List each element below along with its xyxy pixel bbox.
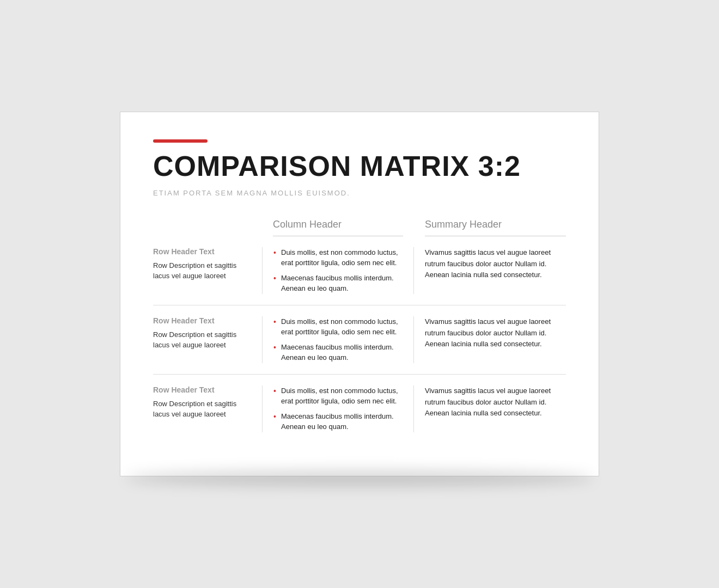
- list-item: Duis mollis, est non commodo luctus, era…: [273, 247, 403, 268]
- main-title: COMPARISON MATRIX 3:2: [153, 151, 566, 181]
- divider-empty: [153, 236, 262, 236]
- table-row: Row Header Text Row Description et sagit…: [153, 236, 566, 305]
- matrix-container: Column Header Summary Header Row Header …: [153, 219, 566, 443]
- row-right-3: Vivamus sagittis lacus vel augue laoreet…: [414, 385, 566, 432]
- list-item: Duis mollis, est non commodo luctus, era…: [273, 316, 403, 338]
- summary-text: Vivamus sagittis lacus vel augue laoreet…: [425, 316, 566, 350]
- summary-text: Vivamus sagittis lacus vel augue laoreet…: [425, 247, 566, 281]
- subtitle: ETIAM PORTA SEM MAGNA MOLLIS EUISMOD.: [153, 189, 566, 197]
- row-left-1: Row Header Text Row Description et sagit…: [153, 247, 262, 294]
- row-right-2: Vivamus sagittis lacus vel augue laoreet…: [414, 316, 566, 363]
- bullet-list: Duis mollis, est non commodo luctus, era…: [273, 385, 403, 432]
- table-row: Row Header Text Row Description et sagit…: [153, 305, 566, 375]
- row-header-text: Row Header Text: [153, 247, 251, 256]
- list-item: Maecenas faucibus mollis interdum. Aenea…: [273, 411, 403, 432]
- row-left-2: Row Header Text Row Description et sagit…: [153, 316, 262, 363]
- row-middle-3: Duis mollis, est non commodo luctus, era…: [262, 385, 414, 432]
- accent-bar: [153, 139, 208, 143]
- row-description: Row Description et sagittis lacus vel au…: [153, 260, 251, 281]
- bullet-list: Duis mollis, est non commodo luctus, era…: [273, 316, 403, 363]
- column-header-1: Column Header: [262, 219, 414, 236]
- table-row: Row Header Text Row Description et sagit…: [153, 375, 566, 443]
- list-item: Maecenas faucibus mollis interdum. Aenea…: [273, 273, 403, 294]
- row-middle-1: Duis mollis, est non commodo luctus, era…: [262, 247, 414, 294]
- slide-wrapper: COMPARISON MATRIX 3:2 ETIAM PORTA SEM MA…: [120, 112, 599, 476]
- row-description: Row Description et sagittis lacus vel au…: [153, 399, 251, 420]
- row-header-empty: [153, 219, 262, 236]
- summary-text: Vivamus sagittis lacus vel augue laoreet…: [425, 385, 566, 419]
- row-description: Row Description et sagittis lacus vel au…: [153, 329, 251, 351]
- row-left-3: Row Header Text Row Description et sagit…: [153, 385, 262, 432]
- row-header-text: Row Header Text: [153, 316, 251, 325]
- slide: COMPARISON MATRIX 3:2 ETIAM PORTA SEM MA…: [120, 112, 599, 476]
- list-item: Duis mollis, est non commodo luctus, era…: [273, 385, 403, 407]
- row-header-text: Row Header Text: [153, 385, 251, 394]
- col-divider-1: [273, 236, 403, 236]
- row-middle-2: Duis mollis, est non commodo luctus, era…: [262, 316, 414, 363]
- matrix-headers: Column Header Summary Header: [153, 219, 566, 236]
- header-divider-row: [153, 236, 566, 236]
- list-item: Maecenas faucibus mollis interdum. Aenea…: [273, 342, 403, 363]
- slide-shadow: [125, 470, 594, 486]
- row-right-1: Vivamus sagittis lacus vel augue laoreet…: [414, 247, 566, 294]
- column-header-2: Summary Header: [414, 219, 566, 236]
- col-divider-2: [425, 236, 566, 236]
- bullet-list: Duis mollis, est non commodo luctus, era…: [273, 247, 403, 294]
